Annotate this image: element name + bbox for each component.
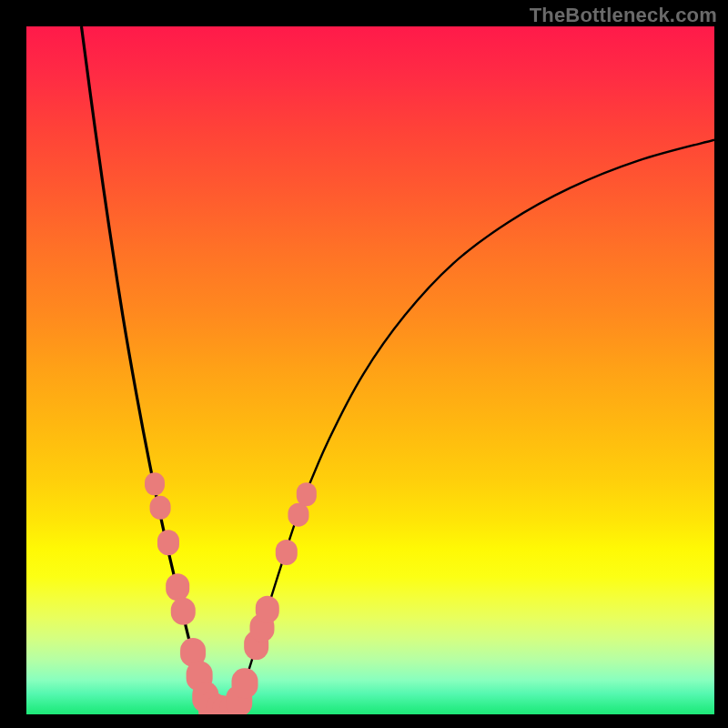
marker-dot bbox=[145, 472, 165, 495]
plot-area bbox=[26, 26, 714, 714]
marker-dot bbox=[167, 573, 190, 600]
watermark-text: TheBottleneck.com bbox=[530, 4, 717, 27]
curve-layer bbox=[26, 26, 714, 714]
marker-dot bbox=[288, 502, 308, 527]
marker-dot bbox=[276, 540, 298, 565]
marker-dot bbox=[255, 596, 278, 623]
marker-dot bbox=[232, 668, 258, 698]
marker-dot bbox=[157, 530, 179, 555]
marker-dot bbox=[171, 597, 195, 624]
frame: TheBottleneck.com bbox=[0, 0, 728, 728]
right-branch-curve bbox=[233, 140, 714, 713]
marker-dot bbox=[149, 496, 170, 520]
marker-dot bbox=[297, 482, 317, 506]
